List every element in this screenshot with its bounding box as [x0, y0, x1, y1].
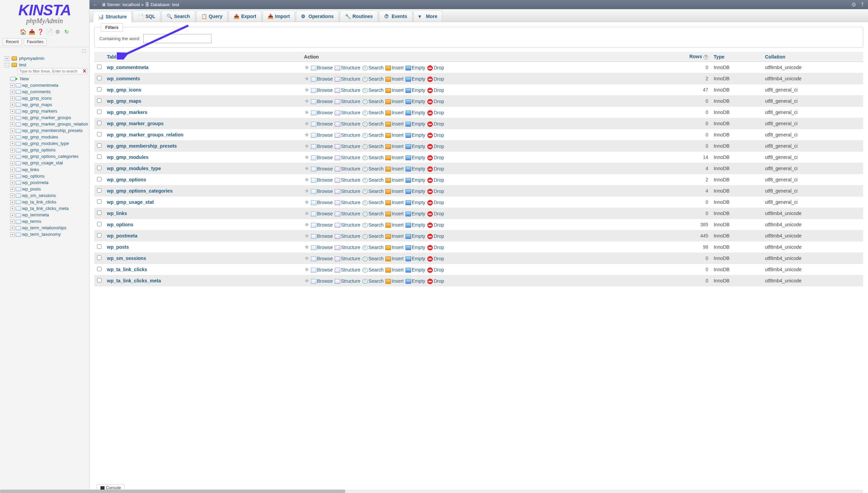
col-rows[interactable]: Rows? [652, 52, 711, 62]
drop-link[interactable]: Drop [434, 188, 444, 194]
drop-link[interactable]: Drop [434, 233, 444, 239]
table-name-link[interactable]: wp_commentmeta [107, 65, 148, 70]
expand-icon[interactable]: + [10, 194, 15, 198]
insert-link[interactable]: Insert [392, 222, 404, 228]
table-name-link[interactable]: wp_comments [107, 76, 140, 81]
table-name-link[interactable]: wp_gmp_markers [107, 110, 147, 115]
structure-link[interactable]: Structure [341, 110, 360, 115]
tree-table-item[interactable]: +wp_gmp_modules [2, 134, 89, 140]
insert-link[interactable]: Insert [392, 110, 404, 115]
filter-word-input[interactable] [143, 34, 211, 43]
row-checkbox[interactable] [97, 199, 101, 204]
browse-link[interactable]: Browse [317, 166, 333, 171]
search-link[interactable]: Search [368, 256, 383, 261]
browse-link[interactable]: Browse [317, 177, 333, 183]
expand-icon[interactable]: + [10, 226, 15, 230]
search-link[interactable]: Search [368, 278, 383, 284]
structure-link[interactable]: Structure [341, 245, 360, 250]
expand-icon[interactable]: + [10, 129, 15, 133]
drop-link[interactable]: Drop [434, 121, 444, 127]
favorite-star-icon[interactable]: ★ [304, 221, 310, 228]
structure-link[interactable]: Structure [341, 211, 360, 216]
insert-link[interactable]: Insert [392, 200, 404, 205]
insert-link[interactable]: Insert [392, 245, 404, 250]
expand-icon[interactable]: + [10, 168, 15, 172]
search-link[interactable]: Search [368, 155, 383, 160]
drop-link[interactable]: Drop [434, 76, 444, 82]
drop-link[interactable]: Drop [434, 65, 444, 70]
row-checkbox[interactable] [97, 87, 101, 92]
insert-link[interactable]: Insert [392, 211, 404, 216]
expand-icon[interactable]: + [10, 207, 15, 211]
favorite-star-icon[interactable]: ★ [304, 255, 310, 262]
browse-link[interactable]: Browse [317, 121, 333, 127]
empty-link[interactable]: Empty [412, 76, 425, 82]
drop-link[interactable]: Drop [434, 87, 444, 93]
row-checkbox[interactable] [97, 177, 101, 181]
home-icon[interactable]: 🏠 [20, 29, 26, 35]
page-up-icon[interactable]: ⤒ [860, 1, 865, 8]
tree-table-item[interactable]: +wp_postmeta [2, 179, 89, 186]
expand-icon[interactable]: + [10, 181, 15, 185]
collapse-icon[interactable]: − [5, 63, 9, 67]
expand-icon[interactable]: + [10, 135, 15, 139]
expand-icon[interactable]: + [10, 83, 15, 88]
expand-icon[interactable]: + [10, 174, 15, 179]
tree-table-item[interactable]: +wp_term_taxonomy [2, 231, 89, 237]
empty-link[interactable]: Empty [412, 188, 425, 194]
expand-icon[interactable]: + [10, 109, 15, 114]
favorite-star-icon[interactable]: ★ [304, 120, 310, 127]
structure-link[interactable]: Structure [341, 99, 360, 104]
insert-link[interactable]: Insert [392, 278, 404, 284]
tree-table-item[interactable]: +wp_commentmeta [2, 82, 89, 88]
table-name-link[interactable]: wp_gmp_icons [107, 87, 141, 93]
favorite-star-icon[interactable]: ★ [304, 64, 310, 71]
favorite-star-icon[interactable]: ★ [304, 75, 310, 82]
empty-link[interactable]: Empty [412, 166, 425, 171]
horizontal-scrollbar[interactable] [0, 490, 863, 493]
empty-link[interactable]: Empty [412, 65, 425, 70]
table-name-link[interactable]: wp_gmp_marker_groups_relation [107, 132, 184, 137]
expand-icon[interactable]: + [10, 187, 15, 192]
insert-link[interactable]: Insert [392, 267, 404, 273]
search-link[interactable]: Search [368, 211, 383, 216]
structure-link[interactable]: Structure [341, 144, 360, 149]
row-checkbox[interactable] [97, 278, 101, 282]
gear-icon[interactable]: ⚙ [851, 1, 856, 8]
insert-link[interactable]: Insert [392, 233, 404, 239]
structure-link[interactable]: Structure [341, 256, 360, 261]
tree-table-item[interactable]: +wp_gmp_options [2, 147, 89, 153]
browse-link[interactable]: Browse [317, 188, 333, 194]
collapse-icon[interactable]: ⬚ [82, 48, 86, 53]
insert-link[interactable]: Insert [392, 121, 404, 127]
favorite-star-icon[interactable]: ★ [304, 199, 310, 206]
expand-icon[interactable]: + [10, 103, 15, 107]
search-link[interactable]: Search [368, 166, 383, 171]
search-link[interactable]: Search [368, 144, 383, 149]
favorite-star-icon[interactable]: ★ [304, 187, 310, 194]
insert-link[interactable]: Insert [392, 65, 404, 70]
favorite-star-icon[interactable]: ★ [304, 232, 310, 239]
drop-link[interactable]: Drop [434, 177, 444, 183]
row-checkbox[interactable] [97, 98, 101, 103]
table-name-link[interactable]: wp_sm_sessions [107, 256, 146, 261]
tab-routines[interactable]: 🔧Routines [340, 11, 378, 22]
search-link[interactable]: Search [368, 188, 383, 194]
row-checkbox[interactable] [97, 154, 101, 159]
row-checkbox[interactable] [97, 76, 101, 80]
favorite-star-icon[interactable]: ★ [304, 143, 310, 149]
search-link[interactable]: Search [368, 76, 383, 82]
insert-link[interactable]: Insert [392, 177, 404, 183]
row-checkbox[interactable] [97, 256, 101, 260]
row-checkbox[interactable] [97, 121, 101, 125]
drop-link[interactable]: Drop [434, 132, 444, 138]
search-link[interactable]: Search [368, 200, 383, 205]
table-name-link[interactable]: wp_gmp_modules_type [107, 166, 161, 171]
tree-table-item[interactable]: +wp_gmp_maps [2, 101, 89, 108]
drop-link[interactable]: Drop [434, 278, 444, 284]
expand-icon[interactable]: + [5, 56, 9, 61]
breadcrumb-database[interactable]: test [172, 2, 179, 7]
browse-link[interactable]: Browse [317, 267, 333, 273]
favorite-star-icon[interactable]: ★ [304, 176, 310, 183]
tree-table-item[interactable]: +wp_gmp_usage_stat [2, 160, 89, 166]
